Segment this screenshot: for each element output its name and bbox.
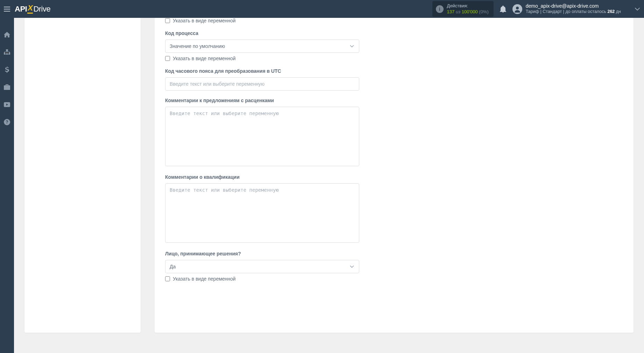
nav-youtube[interactable] [0,99,14,110]
user-block[interactable]: demo_apix-drive@apix-drive.com Тариф | С… [526,3,621,15]
nav-help[interactable]: ? [0,117,14,128]
hamburger-icon [4,7,10,12]
logo-part3: Drive [33,5,50,14]
info-icon: i [436,5,444,13]
user-menu-toggle[interactable] [635,8,640,10]
svg-rect-4 [9,53,10,55]
qualification-comments-textarea[interactable] [165,183,359,243]
logo-part2: X [27,3,33,14]
actions-limit: 100'000 [462,9,478,14]
quote-comments-textarea[interactable] [165,107,359,166]
svg-rect-2 [4,53,5,55]
logo-part1: API [15,5,27,14]
decision-maker-var-row: Указать в виде переменной [165,276,623,282]
connections-icon [4,49,10,55]
hamburger-menu[interactable] [0,0,14,18]
first-variable-checkbox-label: Указать в виде переменной [173,18,236,23]
svg-rect-3 [6,53,8,55]
decision-maker-var-checkbox[interactable] [165,276,170,281]
home-icon [4,32,10,37]
process-code-value: Значение по умолчанию [170,43,225,49]
chevron-down-icon [350,266,354,268]
timezone-label: Код часового пояса для преобразования в … [165,68,623,74]
timezone-input[interactable] [165,77,359,91]
avatar[interactable] [512,4,522,14]
main-panel: Указать в виде переменной Код процесса З… [155,18,644,353]
process-code-label: Код процесса [165,30,623,36]
process-code-var-row: Указать в виде переменной [165,56,623,61]
actions-percent: (0%) [479,9,488,14]
briefcase-icon [4,84,10,90]
chevron-down-icon [635,8,640,10]
decision-maker-select[interactable]: Да [165,260,359,273]
user-icon [514,6,521,13]
nav-connections[interactable] [0,47,14,58]
process-code-var-label: Указать в виде переменной [173,56,236,61]
logo[interactable]: APIXDrive [15,4,50,14]
user-tariff: Тариф | Стандарт | до оплаты осталось 26… [526,9,621,15]
actions-counter[interactable]: i Действия: 137 из 100'000 (0%) [432,1,494,17]
svg-rect-1 [6,49,8,51]
user-email: demo_apix-drive@apix-drive.com [526,3,621,9]
nav-billing[interactable] [0,64,14,75]
chevron-down-icon [350,45,354,48]
bell-icon [500,6,506,13]
qualification-comments-label: Комментарии о квалификации [165,174,623,180]
nav-home[interactable] [0,29,14,40]
process-code-var-checkbox[interactable] [165,56,170,61]
nav-briefcase[interactable] [0,82,14,93]
svg-text:?: ? [6,120,8,125]
process-code-select[interactable]: Значение по умолчанию [165,40,359,53]
decision-maker-label: Лицо, принимающее решения? [165,251,623,256]
notifications-button[interactable] [500,6,506,13]
form-card: Указать в виде переменной Код процесса З… [155,18,634,333]
decision-maker-value: Да [170,264,176,269]
first-variable-checkbox[interactable] [165,18,170,23]
sidebar: ? [0,18,14,353]
left-panel [14,18,155,353]
first-variable-checkbox-row: Указать в виде переменной [165,18,623,23]
actions-used: 137 [447,9,455,14]
left-panel-card [24,18,141,333]
actions-of: из [456,9,460,14]
topbar: APIXDrive i Действия: 137 из 100'000 (0%… [0,0,644,18]
dollar-icon [5,66,9,73]
youtube-icon [4,102,10,107]
svg-point-0 [516,7,519,9]
help-icon: ? [4,119,10,125]
quote-comments-label: Комментарии к предложениям с расценками [165,98,623,103]
decision-maker-var-label: Указать в виде переменной [173,276,236,282]
actions-label: Действия: [447,3,489,9]
